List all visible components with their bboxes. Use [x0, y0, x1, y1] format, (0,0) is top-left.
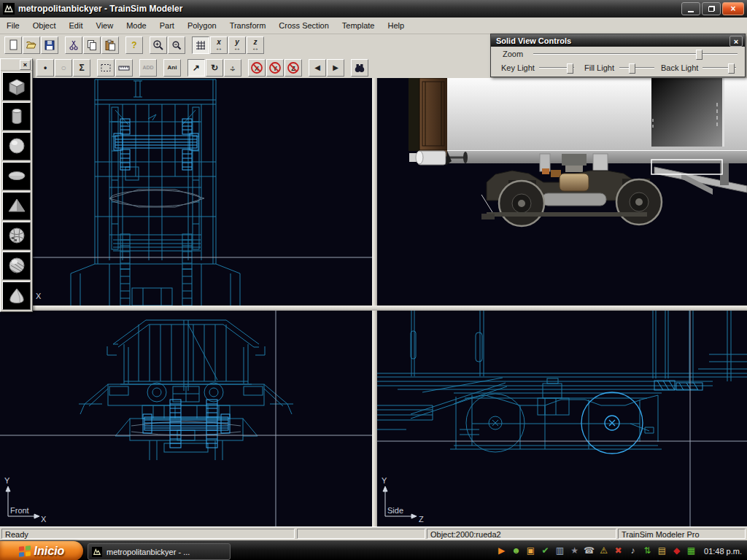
new-file-icon [7, 39, 19, 51]
task-button[interactable]: metropolitanbickyer - ... [88, 543, 231, 560]
save-button[interactable] [41, 36, 58, 54]
tray-network-warning-icon[interactable]: ⚠ [598, 541, 609, 560]
tray-network-error-icon[interactable]: ✖ [613, 541, 624, 560]
move-tool-button[interactable]: ↗ [187, 59, 205, 77]
fill-light-slider-thumb[interactable] [629, 63, 635, 74]
solid-view-controls-close-icon[interactable]: × [729, 36, 743, 47]
lock-z-button[interactable]: Z [285, 59, 302, 77]
tray-volume-icon[interactable]: ♪ [627, 541, 638, 560]
taskbar-clock[interactable]: 01:48 p.m. [704, 547, 742, 556]
tray-display-icon[interactable]: ▥ [554, 541, 565, 560]
tray-sync-icon[interactable]: ⇅ [642, 541, 653, 560]
menu-item-cross-section[interactable]: Cross Section [272, 21, 335, 30]
animation-button[interactable]: Ani [163, 59, 181, 77]
ruler-button[interactable] [115, 59, 133, 77]
shape-pyramid-button[interactable] [2, 192, 31, 220]
grid-toggle-button[interactable] [192, 36, 209, 54]
open-button[interactable] [23, 36, 40, 54]
zoom-slider-thumb[interactable] [696, 50, 703, 60]
status-empty-panel [297, 529, 425, 539]
zoom-slider[interactable] [533, 48, 738, 60]
new-button[interactable] [4, 36, 22, 54]
menu-item-part[interactable]: Part [153, 21, 181, 30]
cut-button[interactable] [65, 36, 82, 54]
close-button[interactable]: × [722, 2, 744, 15]
lock-y-button[interactable]: Y [266, 59, 284, 77]
binoculars-icon [354, 62, 365, 74]
zoom-out-icon [171, 39, 182, 51]
status-bar: Ready Object:2000:rueda2 TrainSim Modele… [0, 526, 747, 541]
zoom-in-button[interactable] [150, 36, 167, 54]
vertical-splitter[interactable] [372, 78, 377, 526]
palette-close-icon[interactable]: × [20, 60, 31, 70]
solid-view-canvas[interactable] [377, 78, 747, 306]
task-button-label: metropolitanbickyer - ... [107, 548, 190, 556]
back-light-slider-thumb[interactable] [728, 63, 735, 74]
top-view-canvas[interactable]: X [0, 78, 372, 306]
front-view-canvas[interactable]: Y Front X [0, 311, 372, 526]
menu-item-help[interactable]: Help [381, 21, 411, 30]
windows-flag-icon [19, 545, 31, 557]
viewport-top[interactable]: X [0, 78, 372, 306]
scale-tool-button[interactable]: ↔↕ [224, 59, 241, 77]
circle-mode-button[interactable]: ○ [55, 59, 72, 77]
shape-box-button[interactable] [2, 72, 31, 101]
z-axis-arrow-icon: ↔ [252, 45, 259, 51]
tray-antivirus-icon[interactable]: ✔ [540, 541, 551, 560]
find-button[interactable] [351, 59, 368, 77]
shape-geosphere-button[interactable] [2, 222, 31, 250]
horizontal-splitter[interactable] [0, 306, 747, 311]
menu-item-file[interactable]: File [0, 21, 26, 30]
shape-cone-button[interactable] [2, 281, 31, 310]
tray-task-grid-icon[interactable]: ▦ [686, 541, 697, 560]
tray-folder-icon[interactable]: ▤ [657, 541, 667, 560]
tray-media-player-icon[interactable]: ▶ [496, 541, 507, 560]
shape-sphere-button[interactable] [2, 132, 31, 160]
add-button[interactable]: ADD [139, 59, 157, 77]
viewport-side[interactable]: Y Side Z [377, 311, 747, 526]
next-button[interactable]: ▶ [327, 59, 344, 77]
menu-item-transform[interactable]: Transform [223, 21, 273, 30]
axis-z-button[interactable]: z↔ [247, 36, 264, 54]
tray-phone-icon[interactable]: ☎ [584, 541, 595, 560]
sigma-button[interactable]: Σ [73, 59, 90, 77]
axis-x-button[interactable]: x↔ [210, 36, 228, 54]
prev-button[interactable]: ◀ [309, 59, 326, 77]
menu-item-edit[interactable]: Edit [63, 21, 90, 30]
viewport-front[interactable]: Y Front X [0, 311, 372, 526]
lock-x-button[interactable]: X [248, 59, 266, 77]
tray-security-alert-icon[interactable]: ◆ [671, 541, 682, 560]
menu-item-object[interactable]: Object [26, 21, 63, 30]
tray-user-status-icon[interactable]: ☻ [511, 541, 522, 560]
start-button[interactable]: Inicio [0, 541, 83, 560]
fill-light-slider[interactable] [619, 62, 654, 74]
tray-star-icon[interactable]: ★ [569, 541, 580, 560]
shape-disc-button[interactable] [2, 162, 31, 190]
copy-button[interactable] [83, 36, 101, 54]
shape-palette-header[interactable]: × [1, 59, 32, 71]
key-light-slider-thumb[interactable] [567, 63, 573, 74]
shape-geosphere2-button[interactable] [2, 252, 31, 280]
key-light-slider[interactable] [539, 62, 574, 74]
menu-item-polygon[interactable]: Polygon [181, 21, 223, 30]
viewport-perspective[interactable] [377, 78, 747, 306]
restore-button[interactable] [702, 2, 721, 15]
shape-cylinder-button[interactable] [2, 102, 31, 131]
select-rect-button[interactable] [97, 59, 115, 77]
tray-messenger-icon[interactable]: ▣ [525, 541, 536, 560]
menu-item-template[interactable]: Template [336, 21, 382, 30]
point-mode-button[interactable]: • [36, 59, 54, 77]
rotate-tool-button[interactable]: ↻ [206, 59, 223, 77]
axis-y-button[interactable]: y↔ [228, 36, 246, 54]
paste-button[interactable] [101, 36, 119, 54]
solid-view-controls-titlebar[interactable]: Solid View Controls × [491, 34, 745, 47]
menu-item-view[interactable]: View [90, 21, 120, 30]
zoom-out-button[interactable] [168, 36, 185, 54]
side-view-canvas[interactable]: Y Side Z [377, 311, 747, 526]
scale-icon: ↔↕ [228, 63, 238, 73]
help-button[interactable]: ? [125, 36, 143, 54]
back-light-slider[interactable] [703, 62, 736, 74]
minimize-button[interactable] [681, 2, 700, 15]
disc-shape-icon [7, 166, 27, 186]
menu-item-mode[interactable]: Mode [120, 21, 153, 30]
